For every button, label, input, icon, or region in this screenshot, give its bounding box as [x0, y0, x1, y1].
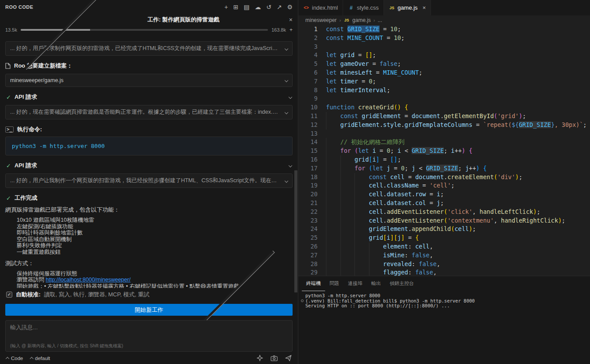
context-total: 163.8k — [271, 27, 286, 32]
chevron-down-icon[interactable] — [289, 164, 292, 167]
chat-scroll[interactable]: ... 好的，用戶要求制作网页版的扫雷游戏，已经完成了HTML和CSS文件的创建… — [0, 36, 298, 288]
code-line[interactable]: 3 — [298, 43, 590, 51]
api-request-label: API 請求 — [14, 162, 37, 169]
code-line[interactable]: 27 isMine: false, — [298, 251, 590, 260]
add-images-icon[interactable] — [271, 355, 278, 361]
code-line[interactable]: 20 cell.dataset.row = i; — [298, 190, 590, 199]
editor-tabs: <>index.html#style.cssJSgame.js× — [298, 0, 590, 15]
check-icon: ✓ — [6, 195, 11, 202]
open-in-editor-icon[interactable]: ↗ — [277, 4, 282, 10]
tab-game.js[interactable]: JSgame.js× — [384, 0, 431, 15]
terminal-content[interactable]: python3 -m http.server 8000(.venv) Bill:… — [298, 291, 590, 364]
code-line[interactable]: 16 grid[i] = []; — [298, 155, 590, 164]
mcp-servers-icon[interactable]: ☁ — [255, 4, 261, 10]
auto-approve-row[interactable]: ✓ 自動核准: 讀取, 寫入, 執行, 瀏覽器, MCP, 模式, 重試 — [0, 288, 298, 301]
code-line[interactable]: 17 for (let j = 0; j < GRID_SIZE; j++) { — [298, 164, 590, 173]
feature-item: 即時計時器與剩餘地雷計數 — [17, 230, 293, 236]
panel-tab-終端機[interactable]: 終端機 — [302, 276, 325, 291]
editor-area: <>index.html#style.cssJSgame.js× mineswe… — [298, 0, 590, 364]
panel-tab-連接埠[interactable]: 連接埠 — [344, 276, 367, 291]
api-request-text: ... 好的，用户让我制作一个网页版的扫雷游戏，我已经按照步骤创建了HTML、C… — [10, 177, 281, 184]
code-line[interactable]: 18 const cell = document.createElement('… — [298, 173, 590, 182]
start-new-task-button[interactable]: 開始新工作 — [5, 304, 293, 316]
code-line[interactable]: 25 grid[i][j] = { — [298, 234, 590, 242]
panel-header-icons: +⊞▤☁↺↗⚙ — [224, 4, 293, 10]
test-item-text: 保持終端伺服器運行狀態 — [17, 270, 77, 277]
tab-label: index.html — [312, 4, 338, 11]
code-line[interactable]: 14 // 初始化網格二維陣列 — [298, 138, 590, 147]
panel-tab-偵錯主控台[interactable]: 偵錯主控台 — [385, 276, 418, 291]
code-line[interactable]: 15 for (let i = 0; i < GRID_SIZE; i++) { — [298, 147, 590, 155]
command-box: python3 -m http.server 8000 — [5, 137, 293, 155]
panel-tab-問題[interactable]: 問題 — [325, 276, 344, 291]
code-line[interactable]: 13 — [298, 130, 590, 138]
api-request-row-1[interactable]: ✓ API 請求 — [6, 93, 292, 101]
close-tab-icon[interactable]: × — [423, 4, 426, 11]
code-line[interactable]: 5let gameOver = false; — [298, 60, 590, 68]
code-line[interactable]: 12 gridElement.style.gridTemplateColumns… — [298, 121, 590, 130]
code-editor[interactable]: 1const GRID_SIZE = 10;2const MINE_COUNT … — [298, 25, 590, 276]
vscode-window: ROO CODE +⊞▤☁↺↗⚙ 工作: 製作網頁版的掃雷遊戲 × 13.5k … — [0, 0, 590, 364]
condense-context-icon[interactable]: + — [290, 27, 293, 33]
code-line[interactable]: 28 revealed: false, — [298, 260, 590, 269]
settings-icon[interactable]: ⚙ — [287, 4, 293, 10]
tab-style.css[interactable]: #style.css — [343, 0, 384, 15]
breadcrumb-separator: › — [373, 18, 375, 23]
api-request-label: API 請求 — [14, 93, 37, 101]
code-line[interactable]: 10function createGrid() { — [298, 103, 590, 112]
api-request-row-2[interactable]: ✓ API 請求 — [6, 162, 292, 169]
message-input-box[interactable]: (輸入 @ 新增內容, 輸入 / 切換模式, 按住 Shift 鍵拖曳檔案) — [5, 320, 293, 352]
enhance-prompt-icon[interactable] — [257, 355, 263, 361]
tab-label: game.js — [398, 4, 418, 11]
new-task-icon[interactable]: + — [224, 4, 228, 10]
task-header[interactable]: 工作: 製作網頁版的掃雷遊戲 × — [0, 12, 298, 25]
code-line[interactable]: 8let timerInterval; — [298, 86, 590, 95]
chevron-down-icon[interactable] — [289, 95, 292, 99]
code-line[interactable]: 26 element: cell, — [298, 242, 590, 251]
code-line[interactable]: 22 cell.addEventListener('click', handle… — [298, 208, 590, 216]
test-label: 測試方式： — [5, 260, 293, 267]
code-line[interactable]: 6let minesLeft = MINE_COUNT; — [298, 68, 590, 77]
breadcrumb-folder[interactable]: minesweeper — [305, 17, 337, 23]
api-request-text: ... 好的，现在需要確認網頁掃雷遊戲是否能夠正常運作。根據之前的步驟，已經建立… — [10, 108, 281, 116]
task-title: 工作: 製作網頁版的掃雷遊戲 — [147, 16, 285, 24]
code-line[interactable]: 19 cell.className = 'cell'; — [298, 181, 590, 190]
code-line[interactable]: 23 cell.addEventListener('contextmenu', … — [298, 216, 590, 225]
feature-list: 10x10 遊戲區域與10枚隨機地雷左鍵探測/右鍵插旗功能即時計時器與剩餘地雷計… — [5, 217, 293, 256]
check-icon: ✓ — [6, 162, 11, 169]
completion-intro: 網頁版掃雷遊戲已部署完成，包含以下功能： — [5, 206, 293, 213]
auto-approve-checkbox[interactable]: ✓ — [6, 292, 12, 298]
api-profile-selector[interactable]: default — [30, 356, 51, 361]
code-line[interactable]: 2const MINE_COUNT = 10; — [298, 34, 590, 43]
code-line[interactable]: 24 gridElement.appendChild(cell); — [298, 225, 590, 234]
panel-tab-輸出[interactable]: 輸出 — [367, 276, 385, 291]
code-line[interactable]: 21 cell.dataset.col = j; — [298, 199, 590, 208]
breadcrumb-more[interactable]: ... — [378, 17, 382, 23]
close-task-icon[interactable]: × — [289, 16, 293, 23]
code-line[interactable]: 11 const gridElement = document.getEleme… — [298, 112, 590, 121]
tab-index.html[interactable]: <>index.html — [298, 0, 343, 15]
code-line[interactable]: 9 — [298, 94, 590, 103]
new-file-path-box[interactable]: minesweeper/game.js — [5, 74, 293, 87]
history-icon[interactable]: ↺ — [266, 4, 271, 10]
panel-scrollbar[interactable] — [294, 170, 297, 292]
code-line[interactable]: 4let grid = []; — [298, 51, 590, 60]
extension-title: ROO CODE — [5, 4, 33, 10]
api-request-body-1[interactable]: ... 好的，现在需要確認網頁掃雷遊戲是否能夠正常運作。根據之前的步驟，已經建立… — [5, 105, 293, 119]
new-file-icon — [5, 63, 11, 69]
mode-selector[interactable]: Code — [6, 356, 23, 361]
test-item-text: 開始遊戲：• 左鍵點擊啟動計時器並揭露方格 • 右鍵標記疑似地雷位置 • 點擊😄… — [17, 283, 239, 288]
code-line[interactable]: 1const GRID_SIZE = 10; — [298, 25, 590, 34]
breadcrumb-file[interactable]: game.js — [352, 17, 371, 23]
code-line[interactable]: 7let timer = 0; — [298, 77, 590, 86]
api-request-body-2[interactable]: ... 好的，用户让我制作一个网页版的扫雷游戏，我已经按照步骤创建了HTML、C… — [5, 173, 293, 188]
marketplace-icon[interactable]: ⊞ — [233, 4, 239, 10]
localhost-link[interactable]: http://localhost:8000/minesweeper/ — [46, 277, 130, 283]
chevron-down-icon — [285, 110, 288, 114]
message-input[interactable] — [10, 324, 288, 342]
prompts-icon[interactable]: ▤ — [244, 4, 250, 10]
test-item: 瀏覽器訪問 http://localhost:8000/minesweeper/ — [17, 277, 293, 283]
chevron-up-icon — [6, 357, 9, 360]
send-icon[interactable] — [285, 355, 292, 361]
code-line[interactable]: 29 flagged: false, — [298, 268, 590, 276]
